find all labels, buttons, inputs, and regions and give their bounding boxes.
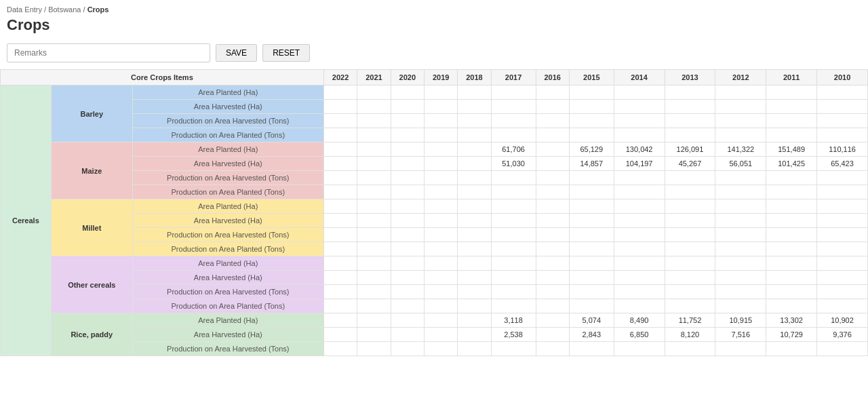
data-cell[interactable]: [536, 256, 569, 271]
data-cell[interactable]: [424, 285, 457, 299]
data-cell[interactable]: [536, 285, 569, 299]
data-cell[interactable]: 7,516: [715, 328, 766, 342]
data-cell[interactable]: 65,129: [569, 142, 614, 157]
data-cell[interactable]: [569, 114, 614, 128]
data-cell[interactable]: [817, 256, 868, 271]
data-cell[interactable]: [766, 256, 817, 271]
data-cell[interactable]: [569, 299, 614, 313]
data-cell[interactable]: 65,423: [817, 157, 868, 171]
data-cell[interactable]: [391, 228, 424, 242]
data-cell[interactable]: [614, 128, 665, 142]
breadcrumb-data-entry[interactable]: Data Entry: [7, 5, 42, 14]
data-cell[interactable]: [665, 285, 715, 299]
data-cell[interactable]: [424, 214, 457, 228]
data-cell[interactable]: [665, 228, 715, 242]
data-cell[interactable]: [536, 214, 569, 228]
data-cell[interactable]: [715, 114, 766, 128]
data-cell[interactable]: [665, 114, 715, 128]
data-cell[interactable]: [424, 171, 457, 185]
data-cell[interactable]: [715, 256, 766, 271]
remarks-input[interactable]: [7, 43, 210, 62]
data-cell[interactable]: [614, 171, 665, 185]
data-cell[interactable]: [766, 214, 817, 228]
data-cell[interactable]: [569, 171, 614, 185]
data-cell[interactable]: [817, 185, 868, 199]
data-cell[interactable]: [569, 128, 614, 142]
data-cell[interactable]: [458, 199, 491, 214]
data-cell[interactable]: [715, 128, 766, 142]
data-cell[interactable]: [491, 100, 536, 114]
data-cell[interactable]: [458, 142, 491, 157]
data-cell[interactable]: [491, 171, 536, 185]
data-cell[interactable]: [458, 114, 491, 128]
data-cell[interactable]: [323, 256, 357, 271]
data-cell[interactable]: 5,074: [569, 313, 614, 328]
data-cell[interactable]: [569, 85, 614, 100]
data-cell[interactable]: [323, 299, 357, 313]
data-cell[interactable]: 126,091: [665, 142, 715, 157]
data-cell[interactable]: 2,843: [569, 328, 614, 342]
data-cell[interactable]: [491, 342, 536, 356]
data-cell[interactable]: [391, 199, 424, 214]
data-cell[interactable]: [491, 214, 536, 228]
data-cell[interactable]: [715, 171, 766, 185]
data-cell[interactable]: [357, 157, 391, 171]
data-cell[interactable]: [715, 285, 766, 299]
data-cell[interactable]: [357, 228, 391, 242]
data-cell[interactable]: 56,051: [715, 157, 766, 171]
data-cell[interactable]: [424, 342, 457, 356]
data-cell[interactable]: [569, 100, 614, 114]
data-cell[interactable]: [491, 285, 536, 299]
data-cell[interactable]: [715, 185, 766, 199]
data-cell[interactable]: [323, 271, 357, 285]
breadcrumb-botswana[interactable]: Botswana: [48, 5, 81, 14]
data-cell[interactable]: [614, 185, 665, 199]
data-cell[interactable]: [323, 85, 357, 100]
data-cell[interactable]: [536, 100, 569, 114]
data-cell[interactable]: [391, 256, 424, 271]
data-cell[interactable]: [766, 199, 817, 214]
data-cell[interactable]: [458, 342, 491, 356]
data-cell[interactable]: [766, 285, 817, 299]
data-cell[interactable]: 11,752: [665, 313, 715, 328]
data-cell[interactable]: [357, 142, 391, 157]
data-cell[interactable]: [357, 199, 391, 214]
data-cell[interactable]: [323, 342, 357, 356]
data-cell[interactable]: [424, 313, 457, 328]
data-cell[interactable]: [817, 342, 868, 356]
data-cell[interactable]: [424, 299, 457, 313]
data-cell[interactable]: [424, 114, 457, 128]
data-cell[interactable]: [766, 228, 817, 242]
data-cell[interactable]: [323, 228, 357, 242]
data-cell[interactable]: [458, 100, 491, 114]
data-cell[interactable]: [424, 185, 457, 199]
data-cell[interactable]: [458, 85, 491, 100]
data-cell[interactable]: [715, 85, 766, 100]
data-cell[interactable]: [424, 199, 457, 214]
data-cell[interactable]: [614, 299, 665, 313]
data-cell[interactable]: 10,902: [817, 313, 868, 328]
data-cell[interactable]: [424, 228, 457, 242]
data-cell[interactable]: [817, 199, 868, 214]
data-cell[interactable]: [536, 185, 569, 199]
data-cell[interactable]: [665, 171, 715, 185]
data-cell[interactable]: [614, 242, 665, 256]
data-cell[interactable]: [817, 100, 868, 114]
data-cell[interactable]: [391, 299, 424, 313]
data-cell[interactable]: [817, 299, 868, 313]
data-cell[interactable]: [665, 185, 715, 199]
data-cell[interactable]: [357, 271, 391, 285]
data-cell[interactable]: [391, 142, 424, 157]
data-cell[interactable]: [491, 256, 536, 271]
data-cell[interactable]: [424, 328, 457, 342]
save-button[interactable]: SAVE: [216, 44, 257, 62]
data-cell[interactable]: [715, 214, 766, 228]
data-cell[interactable]: [424, 256, 457, 271]
data-cell[interactable]: [323, 114, 357, 128]
data-cell[interactable]: [614, 285, 665, 299]
data-cell[interactable]: [491, 242, 536, 256]
data-cell[interactable]: [458, 228, 491, 242]
data-cell[interactable]: [391, 128, 424, 142]
data-cell[interactable]: [766, 85, 817, 100]
data-cell[interactable]: 8,120: [665, 328, 715, 342]
